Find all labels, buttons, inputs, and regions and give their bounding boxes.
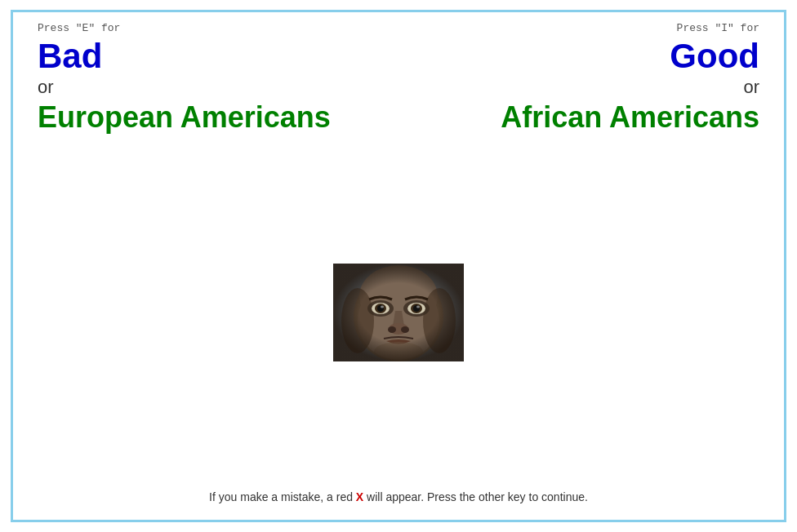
right-group-label: African Americans bbox=[501, 100, 759, 135]
right-or-label: or bbox=[743, 77, 759, 98]
bottom-text-after-x: will appear. Press the other key to cont… bbox=[363, 490, 588, 503]
svg-rect-20 bbox=[333, 264, 464, 361]
left-or-label: or bbox=[38, 77, 54, 98]
main-container: Press "E" for Bad or European Americans … bbox=[11, 10, 786, 522]
bottom-text-before-x: If you make a mistake, a red bbox=[209, 490, 356, 503]
right-good-bad-label: Good bbox=[670, 38, 759, 75]
left-group-label: European Americans bbox=[38, 100, 331, 135]
left-column: Press "E" for Bad or European Americans bbox=[38, 22, 363, 135]
right-press-label: Press "I" for bbox=[677, 22, 759, 34]
face-image bbox=[333, 264, 464, 361]
error-x-label: X bbox=[356, 490, 363, 503]
face-svg bbox=[333, 264, 464, 361]
top-section: Press "E" for Bad or European Americans … bbox=[13, 12, 784, 135]
bottom-text: If you make a mistake, a red X will appe… bbox=[13, 490, 784, 520]
center-image-area bbox=[13, 135, 784, 490]
left-press-label: Press "E" for bbox=[38, 22, 120, 34]
right-column: Press "I" for Good or African Americans bbox=[434, 22, 759, 135]
left-good-bad-label: Bad bbox=[38, 38, 102, 75]
